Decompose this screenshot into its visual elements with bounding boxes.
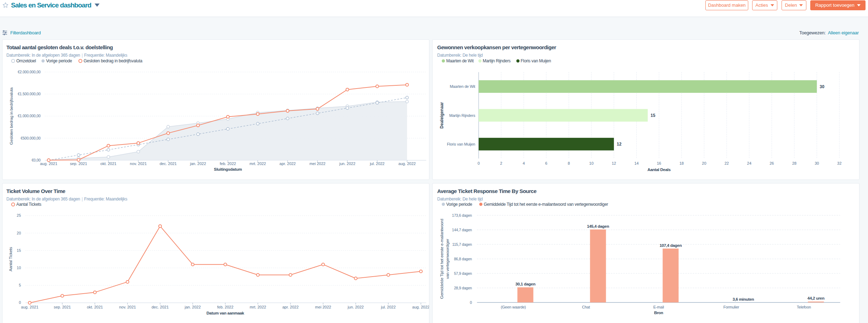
svg-text:Ticket Volume Over Time: Ticket Volume Over Time: [6, 188, 65, 194]
svg-text:0: 0: [478, 161, 480, 165]
svg-text:Floris van Muijen: Floris van Muijen: [447, 142, 475, 146]
svg-text:32: 32: [837, 161, 841, 165]
svg-text:Sluitingsdatum: Sluitingsdatum: [214, 167, 242, 171]
svg-text:aug. 2021: aug. 2021: [21, 305, 38, 309]
svg-text:(Geen waarde): (Geen waarde): [501, 305, 526, 309]
svg-text:Frequentie: Maandelijks: Frequentie: Maandelijks: [84, 53, 128, 58]
svg-text:Gesloten bedrag in bedrijfsval: Gesloten bedrag in bedrijfsvaluta: [9, 87, 13, 144]
svg-text:10: 10: [17, 266, 21, 270]
svg-text:24: 24: [747, 161, 751, 165]
svg-text:€1.500.000,00: €1.500.000,00: [18, 92, 41, 96]
svg-text:Floris van Muijen: Floris van Muijen: [521, 58, 551, 63]
svg-text:30: 30: [820, 84, 825, 89]
svg-text:Martijn Rijnders: Martijn Rijnders: [483, 58, 511, 63]
svg-text:Vorige periode: Vorige periode: [46, 58, 72, 63]
svg-text:aug. 2022: aug. 2022: [399, 162, 416, 166]
svg-text:2: 2: [500, 161, 502, 165]
svg-text:Datumbereik: De hele tijd: Datumbereik: De hele tijd: [437, 53, 483, 58]
svg-text:mrt. 2022: mrt. 2022: [249, 162, 266, 166]
svg-text:Aantal Tickets: Aantal Tickets: [9, 247, 13, 271]
svg-text:28,9 dagen: 28,9 dagen: [454, 286, 472, 290]
svg-text:Telefoon: Telefoon: [797, 305, 811, 309]
svg-text:okt. 2021: okt. 2021: [87, 305, 103, 309]
svg-text:115,7 dagen: 115,7 dagen: [452, 242, 472, 246]
svg-text:Maarten de Wit: Maarten de Wit: [450, 84, 475, 89]
svg-text:26: 26: [770, 161, 774, 165]
svg-text:jan. 2022: jan. 2022: [190, 162, 206, 166]
svg-text:apr. 2022: apr. 2022: [282, 305, 299, 309]
svg-text:mei 2022: mei 2022: [315, 305, 331, 309]
svg-text:Totaal aantal gesloten deals t: Totaal aantal gesloten deals t.o.v. doel…: [6, 44, 113, 50]
svg-text:mei 2022: mei 2022: [309, 162, 325, 166]
svg-text:Maarten de Wit: Maarten de Wit: [446, 58, 474, 63]
svg-text:Frequentie: Maandelijks: Frequentie: Maandelijks: [84, 197, 128, 202]
svg-text:Gemiddelde Tijd tot het eerste: Gemiddelde Tijd tot het eerste e-mailant…: [440, 219, 444, 299]
svg-text:€500.000,00: €500.000,00: [21, 136, 41, 140]
svg-text:Aantal Tickets: Aantal Tickets: [16, 202, 41, 207]
svg-text:30,1 dagen: 30,1 dagen: [515, 282, 536, 286]
svg-text:E-mail: E-mail: [653, 305, 664, 309]
svg-text:|: |: [82, 53, 83, 58]
svg-text:apr. 2022: apr. 2022: [280, 162, 296, 166]
svg-text:dec. 2021: dec. 2021: [152, 305, 169, 309]
svg-text:12: 12: [617, 142, 622, 147]
svg-text:Gewonnen verkoopkansen per ver: Gewonnen verkoopkansen per vertegenwoord…: [437, 44, 556, 50]
svg-text:sep. 2021: sep. 2021: [70, 162, 87, 166]
svg-text:sep. 2021: sep. 2021: [54, 305, 71, 309]
svg-text:20: 20: [17, 231, 21, 235]
svg-text:0: 0: [470, 300, 472, 305]
svg-text:Average Ticket Response Time B: Average Ticket Response Time By Source: [437, 188, 536, 194]
svg-text:0: 0: [19, 300, 21, 305]
svg-text:Datumbereik: In de afgelopen 3: Datumbereik: In de afgelopen 365 dagen: [6, 197, 80, 202]
svg-text:Vorige periode: Vorige periode: [446, 202, 473, 207]
svg-text:Dealeigenaar: Dealeigenaar: [439, 102, 444, 129]
svg-text:dec. 2021: dec. 2021: [159, 162, 176, 166]
svg-text:Chat: Chat: [582, 305, 590, 309]
svg-text:aug. 2022: aug. 2022: [412, 305, 429, 309]
svg-text:173,6 dagen: 173,6 dagen: [452, 213, 472, 217]
svg-text:aug. 2021: aug. 2021: [40, 162, 57, 166]
svg-text:Datum van aanmaak: Datum van aanmaak: [207, 311, 244, 315]
svg-text:Datumbereik: In de afgelopen 3: Datumbereik: In de afgelopen 365 dagen: [6, 53, 80, 58]
svg-text:Formulier: Formulier: [723, 305, 739, 309]
svg-text:jun. 2022: jun. 2022: [347, 305, 363, 309]
svg-text:Omzetdoel: Omzetdoel: [16, 58, 36, 63]
svg-text:mrt. 2022: mrt. 2022: [250, 305, 266, 309]
svg-text:€1.000.000,00: €1.000.000,00: [18, 114, 41, 118]
svg-text:14: 14: [634, 161, 638, 165]
svg-text:6: 6: [545, 161, 547, 165]
svg-text:8: 8: [568, 161, 570, 165]
svg-text:10: 10: [589, 161, 593, 165]
svg-text:5: 5: [19, 283, 21, 287]
svg-text:Aantal Deals: Aantal Deals: [647, 168, 670, 172]
svg-text:15: 15: [17, 248, 21, 253]
svg-text:25: 25: [17, 213, 21, 217]
svg-text:jul. 2022: jul. 2022: [370, 162, 385, 166]
svg-text:Gemiddelde Tijd tot het eerste: Gemiddelde Tijd tot het eerste e-mailant…: [484, 202, 608, 207]
svg-text:44,2 uren: 44,2 uren: [807, 296, 824, 300]
svg-text:144,7 dagen: 144,7 dagen: [452, 228, 472, 232]
svg-text:feb. 2022: feb. 2022: [220, 162, 236, 166]
svg-text:van vertegenwoordiger: van vertegenwoordiger: [445, 239, 450, 279]
svg-text:57,9 dagen: 57,9 dagen: [454, 271, 472, 276]
svg-text:|: |: [82, 197, 83, 202]
svg-text:107,4 dagen: 107,4 dagen: [660, 243, 682, 248]
svg-text:145,4 dagen: 145,4 dagen: [587, 224, 609, 228]
svg-text:20: 20: [702, 161, 706, 165]
svg-text:€2.000.000,00: €2.000.000,00: [18, 70, 41, 74]
svg-text:Gesloten bedrag in bedrijfsval: Gesloten bedrag in bedrijfsvaluta: [84, 58, 142, 63]
svg-text:jul. 2022: jul. 2022: [381, 305, 396, 309]
svg-text:12: 12: [612, 161, 616, 165]
svg-text:jan. 2022: jan. 2022: [184, 305, 201, 309]
svg-text:Martijn Rijnders: Martijn Rijnders: [449, 113, 475, 118]
svg-text:€0,00: €0,00: [32, 158, 41, 162]
svg-text:Bron: Bron: [654, 311, 663, 315]
svg-text:nov. 2021: nov. 2021: [119, 305, 136, 309]
svg-text:jun. 2022: jun. 2022: [339, 162, 355, 166]
svg-text:30: 30: [815, 161, 819, 165]
svg-text:86,8 dagen: 86,8 dagen: [454, 257, 472, 261]
svg-text:15: 15: [650, 113, 655, 118]
svg-text:4: 4: [523, 161, 525, 165]
svg-text:16: 16: [657, 161, 661, 165]
svg-text:22: 22: [725, 161, 729, 165]
